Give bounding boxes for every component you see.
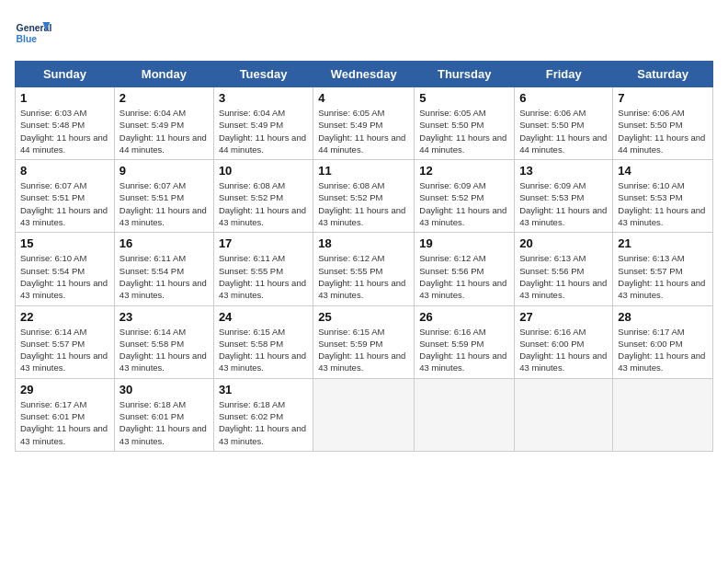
calendar-cell: 2 Sunrise: 6:04 AMSunset: 5:49 PMDayligh… (114, 87, 213, 160)
calendar-cell: 27 Sunrise: 6:16 AMSunset: 6:00 PMDaylig… (515, 305, 613, 378)
calendar-week-1: 1 Sunrise: 6:03 AMSunset: 5:48 PMDayligh… (16, 87, 713, 160)
calendar-cell: 20 Sunrise: 6:13 AMSunset: 5:56 PMDaylig… (515, 233, 613, 305)
calendar-cell: 28 Sunrise: 6:17 AMSunset: 6:00 PMDaylig… (613, 305, 713, 378)
svg-text:Blue: Blue (17, 34, 38, 44)
calendar-cell: 30 Sunrise: 6:18 AMSunset: 6:01 PMDaylig… (114, 378, 213, 451)
col-header-sunday: Sunday (16, 62, 115, 87)
day-number: 31 (219, 383, 308, 396)
calendar-header-row: SundayMondayTuesdayWednesdayThursdayFrid… (16, 62, 713, 87)
day-info: Sunrise: 6:18 AMSunset: 6:02 PMDaylight:… (219, 399, 306, 446)
calendar-cell (515, 378, 613, 451)
day-info: Sunrise: 6:10 AMSunset: 5:54 PMDaylight:… (20, 253, 108, 300)
calendar-cell: 12 Sunrise: 6:09 AMSunset: 5:52 PMDaylig… (415, 160, 515, 233)
col-header-wednesday: Wednesday (313, 62, 415, 87)
day-number: 9 (119, 164, 209, 178)
calendar-cell: 13 Sunrise: 6:09 AMSunset: 5:53 PMDaylig… (515, 160, 613, 233)
day-info: Sunrise: 6:07 AMSunset: 5:51 PMDaylight:… (20, 180, 108, 227)
day-info: Sunrise: 6:05 AMSunset: 5:50 PMDaylight:… (419, 108, 506, 155)
day-info: Sunrise: 6:08 AMSunset: 5:52 PMDaylight:… (318, 180, 405, 227)
day-number: 10 (219, 164, 308, 178)
calendar-week-3: 15 Sunrise: 6:10 AMSunset: 5:54 PMDaylig… (16, 233, 713, 305)
day-info: Sunrise: 6:11 AMSunset: 5:54 PMDaylight:… (119, 253, 207, 300)
day-number: 5 (419, 91, 509, 105)
day-info: Sunrise: 6:16 AMSunset: 6:00 PMDaylight:… (519, 327, 607, 373)
day-number: 30 (119, 383, 209, 396)
day-info: Sunrise: 6:14 AMSunset: 5:58 PMDaylight:… (119, 327, 207, 373)
day-info: Sunrise: 6:13 AMSunset: 5:57 PMDaylight:… (618, 253, 705, 300)
day-info: Sunrise: 6:05 AMSunset: 5:49 PMDaylight:… (318, 108, 405, 155)
day-info: Sunrise: 6:04 AMSunset: 5:49 PMDaylight:… (119, 108, 207, 155)
calendar-cell: 7 Sunrise: 6:06 AMSunset: 5:50 PMDayligh… (613, 87, 713, 160)
day-info: Sunrise: 6:07 AMSunset: 5:51 PMDaylight:… (119, 180, 207, 227)
day-number: 22 (20, 310, 109, 324)
day-number: 27 (519, 310, 608, 324)
calendar-cell: 16 Sunrise: 6:11 AMSunset: 5:54 PMDaylig… (114, 233, 213, 305)
day-info: Sunrise: 6:08 AMSunset: 5:52 PMDaylight:… (219, 180, 306, 227)
day-info: Sunrise: 6:17 AMSunset: 6:01 PMDaylight:… (20, 399, 108, 446)
calendar-cell: 21 Sunrise: 6:13 AMSunset: 5:57 PMDaylig… (613, 233, 713, 305)
day-number: 24 (219, 310, 308, 324)
day-number: 11 (318, 164, 409, 178)
col-header-saturday: Saturday (613, 62, 713, 87)
calendar-cell: 1 Sunrise: 6:03 AMSunset: 5:48 PMDayligh… (16, 87, 115, 160)
day-info: Sunrise: 6:09 AMSunset: 5:52 PMDaylight:… (419, 180, 506, 227)
day-info: Sunrise: 6:18 AMSunset: 6:01 PMDaylight:… (119, 399, 207, 446)
calendar-cell: 22 Sunrise: 6:14 AMSunset: 5:57 PMDaylig… (16, 305, 115, 378)
logo: General Blue (15, 15, 55, 52)
day-number: 26 (419, 310, 509, 324)
calendar-cell: 10 Sunrise: 6:08 AMSunset: 5:52 PMDaylig… (213, 160, 313, 233)
day-info: Sunrise: 6:11 AMSunset: 5:55 PMDaylight:… (219, 253, 306, 300)
day-number: 15 (20, 236, 109, 250)
day-number: 17 (219, 236, 308, 250)
day-info: Sunrise: 6:06 AMSunset: 5:50 PMDaylight:… (519, 108, 607, 155)
day-info: Sunrise: 6:16 AMSunset: 5:59 PMDaylight:… (419, 327, 506, 373)
calendar-week-2: 8 Sunrise: 6:07 AMSunset: 5:51 PMDayligh… (16, 160, 713, 233)
day-info: Sunrise: 6:12 AMSunset: 5:55 PMDaylight:… (318, 253, 405, 300)
day-number: 16 (119, 236, 209, 250)
day-number: 6 (519, 91, 608, 105)
calendar-cell: 18 Sunrise: 6:12 AMSunset: 5:55 PMDaylig… (313, 233, 415, 305)
calendar-cell: 8 Sunrise: 6:07 AMSunset: 5:51 PMDayligh… (16, 160, 115, 233)
day-number: 23 (119, 310, 209, 324)
calendar-cell: 17 Sunrise: 6:11 AMSunset: 5:55 PMDaylig… (213, 233, 313, 305)
calendar-week-4: 22 Sunrise: 6:14 AMSunset: 5:57 PMDaylig… (16, 305, 713, 378)
calendar-cell: 29 Sunrise: 6:17 AMSunset: 6:01 PMDaylig… (16, 378, 115, 451)
calendar-cell: 24 Sunrise: 6:15 AMSunset: 5:58 PMDaylig… (213, 305, 313, 378)
day-info: Sunrise: 6:03 AMSunset: 5:48 PMDaylight:… (20, 108, 108, 155)
day-number: 1 (20, 91, 109, 105)
day-number: 28 (618, 310, 708, 324)
day-number: 25 (318, 310, 409, 324)
day-info: Sunrise: 6:10 AMSunset: 5:53 PMDaylight:… (618, 180, 705, 227)
day-number: 29 (20, 383, 109, 396)
calendar-cell: 9 Sunrise: 6:07 AMSunset: 5:51 PMDayligh… (114, 160, 213, 233)
day-number: 12 (419, 164, 509, 178)
day-info: Sunrise: 6:17 AMSunset: 6:00 PMDaylight:… (618, 327, 705, 373)
day-info: Sunrise: 6:15 AMSunset: 5:59 PMDaylight:… (318, 327, 405, 373)
day-info: Sunrise: 6:09 AMSunset: 5:53 PMDaylight:… (519, 180, 607, 227)
calendar-cell: 3 Sunrise: 6:04 AMSunset: 5:49 PMDayligh… (213, 87, 313, 160)
day-number: 18 (318, 236, 409, 250)
calendar-cell: 5 Sunrise: 6:05 AMSunset: 5:50 PMDayligh… (415, 87, 515, 160)
calendar-cell (613, 378, 713, 451)
day-number: 20 (519, 236, 608, 250)
day-info: Sunrise: 6:12 AMSunset: 5:56 PMDaylight:… (419, 253, 506, 300)
day-number: 3 (219, 91, 308, 105)
col-header-thursday: Thursday (415, 62, 515, 87)
calendar-cell: 23 Sunrise: 6:14 AMSunset: 5:58 PMDaylig… (114, 305, 213, 378)
col-header-tuesday: Tuesday (213, 62, 313, 87)
day-number: 2 (119, 91, 209, 105)
calendar-cell: 6 Sunrise: 6:06 AMSunset: 5:50 PMDayligh… (515, 87, 613, 160)
page-header: General Blue (15, 15, 713, 52)
col-header-monday: Monday (114, 62, 213, 87)
calendar-week-5: 29 Sunrise: 6:17 AMSunset: 6:01 PMDaylig… (16, 378, 713, 451)
calendar-cell: 14 Sunrise: 6:10 AMSunset: 5:53 PMDaylig… (613, 160, 713, 233)
day-info: Sunrise: 6:15 AMSunset: 5:58 PMDaylight:… (219, 327, 306, 373)
calendar-cell: 26 Sunrise: 6:16 AMSunset: 5:59 PMDaylig… (415, 305, 515, 378)
day-number: 7 (618, 91, 708, 105)
calendar-cell (415, 378, 515, 451)
calendar-cell (313, 378, 415, 451)
day-number: 21 (618, 236, 708, 250)
day-number: 8 (20, 164, 109, 178)
day-info: Sunrise: 6:06 AMSunset: 5:50 PMDaylight:… (618, 108, 705, 155)
calendar-cell: 11 Sunrise: 6:08 AMSunset: 5:52 PMDaylig… (313, 160, 415, 233)
